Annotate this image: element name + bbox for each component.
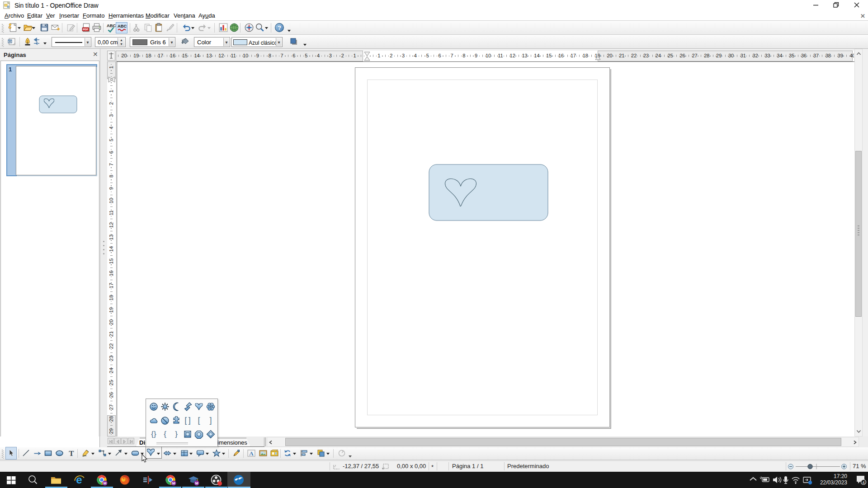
svg-text:ABC: ABC bbox=[118, 24, 127, 28]
svg-text:[: [ bbox=[198, 416, 200, 425]
svg-text:]: ] bbox=[209, 416, 212, 425]
svg-text:?: ? bbox=[278, 24, 281, 31]
svg-text:ABC: ABC bbox=[107, 23, 116, 28]
svg-text:M: M bbox=[195, 481, 198, 485]
svg-text:{}: {} bbox=[151, 430, 156, 438]
svg-text:4: 4 bbox=[862, 480, 864, 485]
svg-text:M: M bbox=[172, 481, 175, 485]
svg-text:}: } bbox=[175, 430, 178, 438]
svg-text:{: { bbox=[164, 430, 166, 438]
svg-text:PDF: PDF bbox=[83, 28, 88, 31]
svg-text:[ ]: [ ] bbox=[184, 416, 191, 425]
svg-text:A: A bbox=[249, 450, 254, 457]
svg-text:M: M bbox=[104, 481, 107, 485]
svg-text:T: T bbox=[69, 449, 74, 457]
